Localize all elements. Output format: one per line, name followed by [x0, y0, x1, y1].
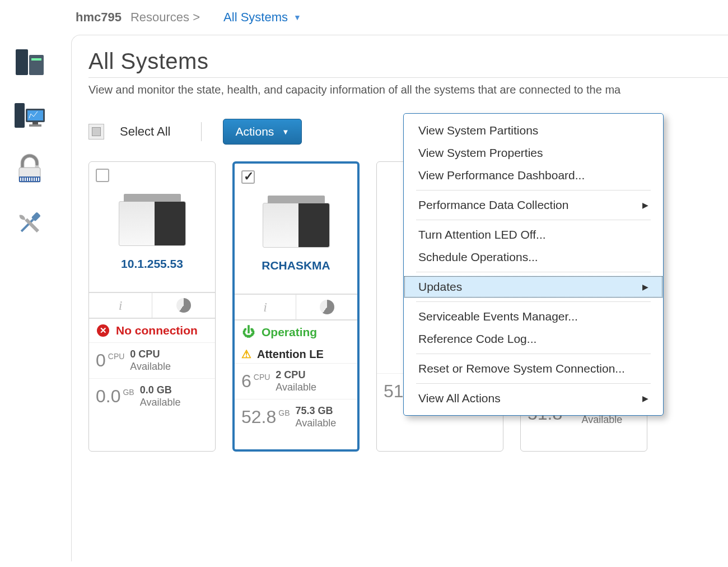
card-status: ⏻ Operating	[235, 320, 357, 344]
sidebar-icon-servers[interactable]	[11, 45, 49, 78]
attention-row: ⚠ Attention LE	[235, 344, 357, 363]
sidebar-icon-lock[interactable]	[11, 152, 49, 186]
mem-metric: 52.8 GB 75.3 GBAvailable	[235, 399, 357, 435]
menu-item-view-perf-dashboard[interactable]: View Performance Dashboard...	[404, 164, 663, 187]
svg-rect-20	[36, 178, 37, 181]
cpu-avail: 0 CPUAvailable	[130, 348, 171, 373]
cpu-metric: 6 CPU 2 CPUAvailable	[235, 363, 357, 399]
breadcrumb: hmc795 Resources > All Systems ▼	[59, 0, 728, 35]
menu-item-perf-data-collection[interactable]: Performance Data Collection▶	[404, 194, 663, 216]
sidebar-icon-tools[interactable]	[11, 206, 49, 240]
page-title: All Systems	[88, 49, 728, 74]
sidebar-icon-monitor[interactable]	[11, 99, 49, 132]
breadcrumb-resources[interactable]: Resources >	[130, 10, 200, 25]
server-image	[263, 203, 330, 248]
chevron-right-icon: ▶	[642, 394, 648, 403]
card-status-label: No connection	[116, 324, 198, 337]
svg-rect-18	[31, 178, 32, 181]
svg-rect-13	[20, 178, 21, 181]
menu-item-view-properties[interactable]: View System Properties	[404, 142, 663, 164]
menu-item-updates[interactable]: Updates▶	[404, 276, 663, 298]
card-status-label: Operating	[262, 326, 317, 339]
svg-rect-3	[15, 103, 25, 128]
cpu-avail: 2 CPUAvailable	[276, 369, 316, 393]
menu-item-view-all-actions[interactable]: View All Actions▶	[404, 387, 663, 410]
chevron-down-icon: ▼	[282, 128, 289, 136]
warning-icon: ⚠	[241, 347, 251, 361]
svg-rect-5	[27, 110, 43, 120]
chevron-right-icon: ▶	[642, 201, 648, 210]
chart-icon[interactable]	[296, 295, 357, 319]
chevron-right-icon: ▶	[642, 282, 648, 291]
mem-avail: 75.3 GBAvailable	[296, 405, 337, 429]
select-all-checkbox[interactable]	[88, 124, 104, 140]
system-card[interactable]: RCHASKMA i ⏻ Operating ⚠ Attention LE	[232, 161, 360, 452]
cpu-unit: CPU	[108, 352, 125, 361]
card-status: ✕ No connection	[89, 319, 215, 342]
chevron-down-icon: ▼	[293, 13, 301, 22]
info-icon[interactable]: i	[89, 293, 152, 318]
card-checkbox[interactable]	[96, 169, 109, 182]
menu-item-schedule-ops[interactable]: Schedule Operations...	[404, 246, 663, 268]
menu-item-serviceable-events[interactable]: Serviceable Events Manager...	[404, 305, 663, 328]
card-name[interactable]: RCHASKMA	[235, 248, 357, 278]
sidebar	[0, 0, 59, 567]
svg-rect-16	[27, 178, 28, 181]
mem-unit: GB	[123, 388, 134, 397]
mem-avail: 0.0 GBAvailable	[140, 384, 181, 408]
svg-rect-9	[32, 122, 38, 124]
cpu-total: 6	[241, 371, 251, 392]
card-icon-row: i	[235, 294, 357, 320]
server-image	[119, 201, 186, 246]
card-name[interactable]: 10.1.255.53	[89, 246, 215, 276]
actions-button-label: Actions	[236, 125, 274, 138]
svg-rect-17	[29, 178, 30, 181]
menu-item-reset-remove[interactable]: Reset or Remove System Connection...	[404, 357, 663, 380]
svg-rect-1	[29, 55, 44, 75]
mem-unit: GB	[278, 408, 290, 417]
breadcrumb-host: hmc795	[76, 10, 122, 25]
system-card[interactable]: 10.1.255.53 i ✕ No connection 0 CPU 0 CP…	[88, 161, 216, 452]
card-icon-row: i	[89, 292, 215, 319]
svg-rect-2	[31, 58, 41, 61]
actions-button[interactable]: Actions ▼	[223, 119, 302, 145]
attention-label: Attention LE	[257, 348, 324, 361]
cpu-unit: CPU	[254, 373, 270, 382]
actions-dropdown: View System Partitions View System Prope…	[403, 113, 664, 416]
mem-total: 52.8	[241, 407, 276, 427]
mem-metric: 0.0 GB 0.0 GBAvailable	[89, 378, 215, 414]
svg-rect-14	[22, 178, 24, 181]
svg-rect-0	[16, 49, 28, 75]
card-checkbox[interactable]	[241, 170, 255, 184]
mem-total: 0.0	[96, 386, 120, 407]
chart-icon[interactable]	[152, 293, 215, 318]
menu-item-ref-code-log[interactable]: Reference Code Log...	[404, 328, 663, 350]
menu-item-turn-led-off[interactable]: Turn Attention LED Off...	[404, 224, 663, 246]
separator	[201, 122, 202, 141]
power-icon: ⏻	[241, 325, 256, 340]
info-icon[interactable]: i	[235, 295, 296, 319]
svg-rect-15	[25, 178, 26, 181]
page-subtitle: View and monitor the state, health, and …	[88, 77, 728, 96]
svg-rect-21	[38, 178, 39, 181]
menu-item-view-partitions[interactable]: View System Partitions	[404, 119, 663, 142]
error-icon: ✕	[96, 323, 110, 338]
cpu-total: 0	[96, 350, 106, 371]
svg-rect-10	[29, 124, 41, 127]
select-all-label[interactable]: Select All	[120, 124, 171, 139]
breadcrumb-page-select[interactable]: All Systems ▼	[223, 10, 301, 25]
breadcrumb-page-label: All Systems	[223, 10, 288, 25]
svg-rect-19	[34, 178, 35, 181]
main: hmc795 Resources > All Systems ▼ All Sys…	[59, 0, 728, 567]
cpu-metric: 0 CPU 0 CPUAvailable	[89, 342, 215, 378]
